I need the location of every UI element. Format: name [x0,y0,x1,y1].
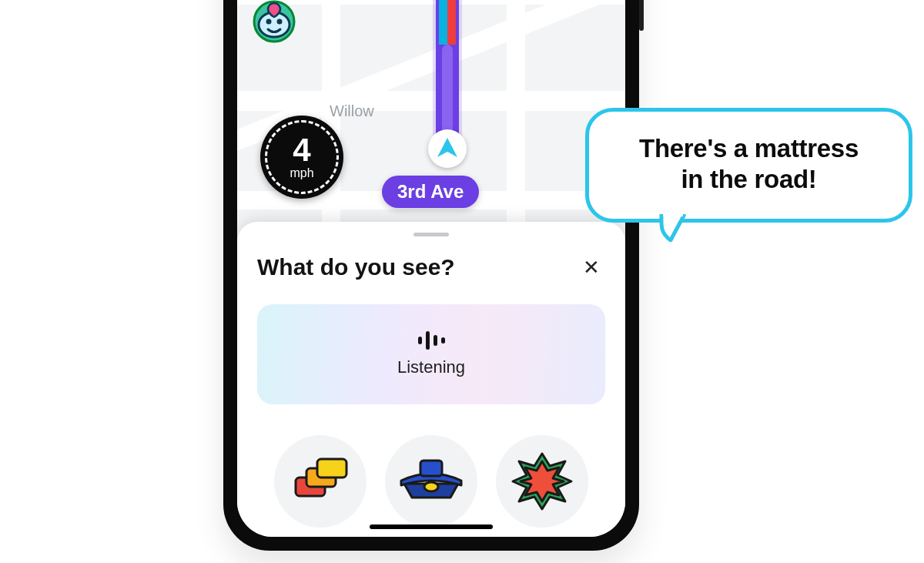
report-traffic-button[interactable] [274,435,367,528]
sheet-title: What do you see? [257,254,455,280]
waze-mascot-icon[interactable] [251,0,297,45]
street-label: Willow [330,102,374,120]
voice-report-sheet: What do you see? ✕ Listening [237,222,625,537]
svg-rect-7 [420,461,442,476]
speech-bubble: There's a mattress in the road! [585,108,912,223]
listening-card[interactable]: Listening [257,304,605,404]
hazard-burst-icon [511,451,573,512]
speech-bubble-tail-icon [658,214,686,242]
phone-screen: Willow 3rd Ave [237,0,625,537]
stage: Willow 3rd Ave [0,0,924,563]
speech-bubble-text: There's a mattress in the road! [612,133,886,196]
route-traffic-overlay [439,0,456,45]
phone-frame: Willow 3rd Ave [223,0,639,551]
speedometer[interactable]: 4 mph [260,116,343,199]
report-shortcut-row [257,435,605,528]
speed-unit: mph [290,166,313,180]
listening-label: Listening [397,357,465,377]
home-indicator[interactable] [370,524,493,529]
report-police-button[interactable] [385,435,477,528]
close-button[interactable]: ✕ [578,253,605,281]
svg-rect-6 [317,459,346,478]
sound-wave-icon [418,331,445,350]
svg-point-2 [266,19,272,25]
traffic-icon [290,454,351,508]
current-road-pill: 3rd Ave [382,176,479,208]
svg-point-3 [277,19,283,25]
sheet-grabber[interactable] [413,233,449,236]
police-icon [397,453,466,511]
current-location-arrow-icon[interactable] [428,129,467,168]
close-icon: ✕ [583,256,600,280]
map-view[interactable]: Willow 3rd Ave [237,0,625,253]
svg-point-8 [424,482,438,491]
sheet-header: What do you see? ✕ [257,253,605,281]
phone-side-button [639,0,644,31]
speed-value: 4 [293,134,310,166]
report-hazard-button[interactable] [496,435,588,528]
